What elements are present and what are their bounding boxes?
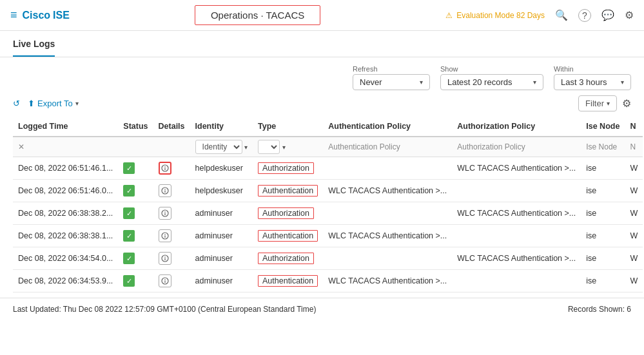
chevron-down-icon: ▾ [621, 79, 624, 86]
svg-point-1 [164, 166, 166, 168]
cell-ise-node: ise [581, 157, 625, 180]
svg-point-16 [164, 279, 166, 280]
search-icon[interactable]: 🔍 [555, 9, 568, 21]
chevron-down-icon: ▾ [75, 100, 79, 107]
cell-status: ✓ [118, 247, 153, 270]
cell-type: Authorization [253, 202, 323, 225]
within-label: Within [554, 65, 574, 73]
cell-details[interactable] [153, 247, 190, 270]
cell-identity: helpdeskuser [190, 180, 253, 202]
details-icon[interactable] [159, 207, 171, 220]
cell-auth-policy: WLC TACACS Authentication >... [323, 270, 452, 293]
col-details: Details [153, 117, 190, 137]
cell-details[interactable] [153, 270, 190, 293]
type-filter-select[interactable] [258, 140, 280, 154]
tab-live-logs[interactable]: Live Logs [13, 39, 55, 57]
cell-details[interactable] [153, 202, 190, 225]
cell-n: W [625, 202, 643, 225]
cell-authz-policy [452, 270, 581, 293]
cell-authz-policy: WLC TACACS Authentication >... [452, 157, 581, 180]
filter-n: N [625, 137, 643, 157]
col-auth-policy: Authentication Policy [323, 117, 452, 137]
chevron-down-icon: ▾ [282, 144, 286, 151]
cell-details[interactable] [153, 180, 190, 202]
cell-status: ✓ [118, 225, 153, 247]
cell-ise-node: ise [581, 202, 625, 225]
cell-n: W [625, 247, 643, 270]
within-control: Within Last 3 hours ▾ [554, 65, 631, 90]
cell-type: Authentication [253, 270, 323, 293]
filter-type: ▾ [253, 137, 323, 157]
notifications-icon[interactable]: 💬 [601, 9, 614, 21]
chevron-down-icon: ▾ [533, 79, 536, 86]
show-control: Show Latest 20 records ▾ [440, 65, 543, 90]
svg-point-13 [164, 256, 166, 258]
chevron-down-icon: ▾ [607, 100, 610, 107]
logs-table: Logged Time Status Details Identity Type… [13, 117, 643, 293]
details-icon[interactable] [159, 162, 171, 175]
help-icon[interactable]: ? [578, 9, 591, 22]
cell-ise-node: ise [581, 180, 625, 202]
settings-icon[interactable]: ⚙ [625, 9, 634, 21]
filter-authz-policy: Authorization Policy [452, 137, 581, 157]
details-icon[interactable] [159, 274, 171, 287]
page-header: Live Logs [0, 31, 644, 57]
status-check-icon: ✓ [123, 207, 135, 219]
cell-details[interactable] [153, 225, 190, 247]
details-icon[interactable] [159, 252, 171, 265]
status-bar: Last Updated: Thu Dec 08 2022 12:57:09 G… [0, 298, 644, 320]
cell-logged-time: Dec 08, 2022 06:34:53.9... [13, 270, 118, 293]
table-row: Dec 08, 2022 06:34:53.9... ✓ adminuser A… [13, 270, 643, 293]
actions-left: ↺ ⬆ Export To ▾ [13, 99, 79, 108]
cell-auth-policy [323, 247, 452, 270]
app-logo: Cisco ISE [23, 10, 70, 21]
filter-button[interactable]: Filter ▾ [578, 95, 617, 111]
clear-filter-icon[interactable]: ✕ [18, 142, 24, 151]
cell-details[interactable] [153, 157, 190, 180]
cell-type: Authentication [253, 225, 323, 247]
svg-point-4 [164, 189, 166, 190]
table-container: Logged Time Status Details Identity Type… [0, 117, 644, 293]
table-row: Dec 08, 2022 06:38:38.2... ✓ adminuser A… [13, 202, 643, 225]
within-select[interactable]: Last 3 hours ▾ [554, 74, 631, 90]
refresh-icon: ↺ [13, 99, 20, 108]
hamburger-icon[interactable]: ≡ [10, 8, 17, 22]
cell-auth-policy: WLC TACACS Authentication >... [323, 225, 452, 247]
warning-icon: ⚠ [445, 11, 453, 20]
cell-logged-time: Dec 08, 2022 06:51:46.0... [13, 180, 118, 202]
cell-logged-time: Dec 08, 2022 06:34:54.0... [13, 247, 118, 270]
type-cell-value: Authorization [258, 253, 314, 264]
column-settings-icon[interactable]: ⚙ [622, 97, 631, 110]
type-cell-value: Authentication [258, 185, 318, 197]
cell-status: ✓ [118, 157, 153, 180]
export-button[interactable]: ⬆ Export To ▾ [28, 99, 79, 108]
details-icon[interactable] [159, 229, 171, 242]
cell-authz-policy: WLC TACACS Authentication >... [452, 202, 581, 225]
refresh-button[interactable]: ↺ [13, 99, 20, 108]
identity-filter-select[interactable]: Identity [195, 140, 242, 154]
details-icon[interactable] [159, 184, 171, 197]
cell-ise-node: ise [581, 225, 625, 247]
status-check-icon: ✓ [123, 230, 135, 242]
type-cell-value: Authorization [258, 207, 314, 219]
actions-row: ↺ ⬆ Export To ▾ Filter ▾ ⚙ [0, 93, 644, 117]
refresh-select[interactable]: Never ▾ [353, 74, 430, 90]
upload-icon: ⬆ [28, 99, 35, 108]
col-logged-time: Logged Time [13, 117, 118, 137]
cell-status: ✓ [118, 270, 153, 293]
top-navigation: ≡ Cisco ISE Operations · TACACS ⚠ Evalua… [0, 0, 644, 31]
controls-row: Refresh Never ▾ Show Latest 20 records ▾… [0, 57, 644, 93]
cell-status: ✓ [118, 180, 153, 202]
table-row: Dec 08, 2022 06:51:46.1... ✓ helpdeskuse… [13, 157, 643, 180]
cell-auth-policy [323, 157, 452, 180]
cell-identity: adminuser [190, 225, 253, 247]
type-cell-value: Authorization [258, 162, 314, 174]
show-select[interactable]: Latest 20 records ▾ [440, 74, 543, 90]
cell-status: ✓ [118, 202, 153, 225]
col-identity: Identity [190, 117, 253, 137]
cell-identity: helpdeskuser [190, 157, 253, 180]
type-cell-value: Authentication [258, 230, 318, 242]
eval-mode-badge: ⚠ Evaluation Mode 82 Days [445, 11, 545, 20]
nav-left: ≡ Cisco ISE [10, 8, 70, 22]
cell-n: W [625, 270, 643, 293]
